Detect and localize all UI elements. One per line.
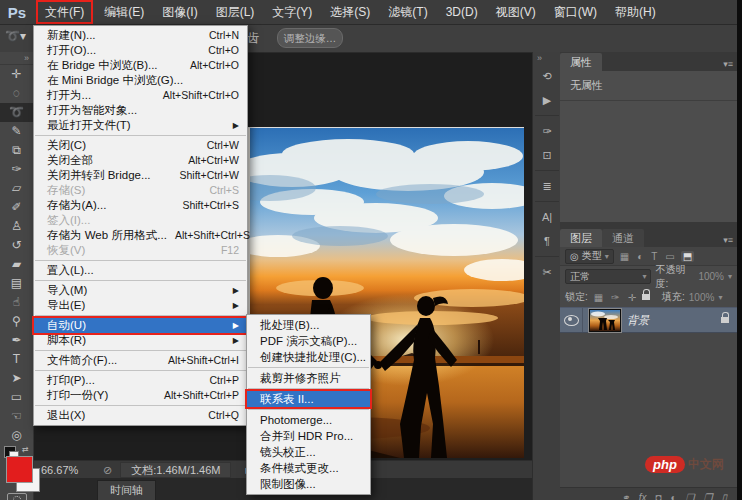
path-select-tool[interactable]: ➤: [0, 369, 33, 388]
filter-pixel-icon[interactable]: ▦: [618, 251, 631, 262]
menu-item-scripts[interactable]: 脚本(R) ▶: [34, 333, 247, 348]
new-layer-icon[interactable]: ❐: [704, 492, 713, 500]
shape-tool[interactable]: ▭: [0, 388, 33, 407]
refine-edge-button[interactable]: 调整边缘…: [277, 28, 343, 48]
zoom-level-field[interactable]: 66.67%: [41, 464, 93, 476]
submenu-item-create-droplet[interactable]: 创建快捷批处理(C)...: [247, 349, 370, 365]
menu-item-save-as[interactable]: 存储为(A)... Shift+Ctrl+S: [34, 198, 247, 213]
menu-item-exit[interactable]: 退出(X) Ctrl+Q: [34, 408, 247, 423]
tab-properties[interactable]: 属性: [560, 53, 602, 71]
lasso-tool[interactable]: ➰: [0, 103, 33, 122]
layer-thumbnail[interactable]: [589, 309, 621, 332]
tab-layers[interactable]: 图层: [560, 229, 602, 247]
clone-source-panel-icon[interactable]: ⊡: [533, 143, 561, 167]
submenu-item-lens-correction[interactable]: 镜头校正...: [247, 444, 370, 460]
layer-comps-panel-icon[interactable]: ≣: [533, 174, 561, 198]
lock-transparent-icon[interactable]: ▦: [592, 292, 605, 303]
blend-mode-select[interactable]: 正常 ▾: [565, 269, 651, 284]
menu-item-browse-mini-bridge[interactable]: 在 Mini Bridge 中浏览(G)...: [34, 73, 247, 88]
toolbar-collapse-icon[interactable]: »: [0, 52, 33, 65]
menu-item-import[interactable]: 导入(M) ▶: [34, 283, 247, 298]
menu-item-print[interactable]: 打印(P)... Ctrl+P: [34, 373, 247, 388]
character-panel-icon[interactable]: A|: [533, 205, 561, 229]
lock-image-icon[interactable]: ✑: [609, 292, 621, 303]
menubar-type[interactable]: 文字(Y): [263, 2, 321, 22]
menubar-help[interactable]: 帮助(H): [606, 2, 665, 22]
menu-item-save-for-web[interactable]: 存储为 Web 所用格式... Alt+Shift+Ctrl+S: [34, 228, 247, 243]
menu-item-print-one-copy[interactable]: 打印一份(Y) Alt+Shift+Ctrl+P: [34, 388, 247, 403]
lock-all-icon[interactable]: [642, 294, 650, 300]
pen-tool[interactable]: ✒: [0, 331, 33, 350]
tab-timeline[interactable]: 时间轴: [97, 480, 156, 500]
layer-style-fx-icon[interactable]: fx: [639, 492, 647, 500]
menu-item-open-as[interactable]: 打开为... Alt+Shift+Ctrl+O: [34, 88, 247, 103]
menu-item-close[interactable]: 关闭(C) Ctrl+W: [34, 138, 247, 153]
submenu-item-conditional-mode[interactable]: 条件模式更改...: [247, 460, 370, 476]
submenu-item-crop-straighten[interactable]: 裁剪并修齐照片: [247, 370, 370, 386]
opacity-value[interactable]: 100%: [698, 271, 724, 282]
menubar-image[interactable]: 图像(I): [153, 2, 206, 22]
submenu-item-photomerge[interactable]: Photomerge...: [247, 412, 370, 428]
menubar-select[interactable]: 选择(S): [321, 2, 379, 22]
filter-adjustment-icon[interactable]: ◐: [635, 251, 645, 262]
menu-item-close-goto-bridge[interactable]: 关闭并转到 Bridge... Shift+Ctrl+W: [34, 168, 247, 183]
menu-item-open-recent[interactable]: 最近打开文件(T) ▶: [34, 118, 247, 133]
menu-item-file-info[interactable]: 文件简介(F)... Alt+Shift+Ctrl+I: [34, 353, 247, 368]
menubar-window[interactable]: 窗口(W): [545, 2, 606, 22]
panel-menu-icon[interactable]: ▾≡: [719, 235, 737, 247]
eyedropper-tool[interactable]: ✑: [0, 160, 33, 179]
swap-colors-icon[interactable]: ⇄: [22, 445, 29, 454]
delete-layer-icon[interactable]: ▯: [721, 492, 727, 500]
quick-select-tool[interactable]: ✎: [0, 122, 33, 141]
layer-visibility-cell[interactable]: [560, 308, 583, 332]
menubar-view[interactable]: 视图(V): [487, 2, 545, 22]
filter-kind-dropdown[interactable]: ◎ 类型 ▾: [565, 249, 614, 264]
submenu-item-merge-hdr[interactable]: 合并到 HDR Pro...: [247, 428, 370, 444]
chevron-down-icon[interactable]: ▾: [718, 293, 722, 302]
actions-panel-icon[interactable]: ▶: [533, 88, 561, 112]
crop-tool[interactable]: ⧉: [0, 141, 33, 160]
filter-shape-icon[interactable]: ▭: [663, 251, 676, 262]
brush-tool[interactable]: ✐: [0, 198, 33, 217]
eraser-tool[interactable]: ▰: [0, 255, 33, 274]
layer-row-background[interactable]: 背景: [560, 307, 737, 333]
type-tool[interactable]: T: [0, 350, 33, 369]
brush-presets-panel-icon[interactable]: ✑: [533, 119, 561, 143]
healing-brush-tool[interactable]: ▱: [0, 179, 33, 198]
submenu-item-pdf-presentation[interactable]: PDF 演示文稿(P)...: [247, 333, 370, 349]
menubar-layer[interactable]: 图层(L): [207, 2, 264, 22]
history-brush-tool[interactable]: ↺: [0, 236, 33, 255]
history-panel-icon[interactable]: ⟲: [533, 64, 561, 88]
collapse-dock-icon[interactable]: »: [537, 53, 542, 63]
menu-item-new[interactable]: 新建(N)... Ctrl+N: [34, 28, 247, 43]
paragraph-panel-icon[interactable]: ¶: [533, 229, 561, 253]
filter-smart-object-icon[interactable]: ⬒: [681, 251, 694, 262]
tab-channels[interactable]: 通道: [602, 229, 644, 247]
marquee-tool[interactable]: ◌: [0, 84, 33, 103]
smudge-tool[interactable]: ☝: [0, 293, 33, 312]
chevron-down-icon[interactable]: ▾: [728, 272, 732, 281]
menubar-3d[interactable]: 3D(D): [437, 2, 487, 22]
menu-item-automate[interactable]: 自动(U) ▶: [34, 318, 247, 333]
hand-tool[interactable]: ☜: [0, 407, 33, 426]
menubar-edit[interactable]: 编辑(E): [95, 2, 153, 22]
foreground-color-swatch[interactable]: [6, 456, 33, 483]
menubar-filter[interactable]: 滤镜(T): [379, 2, 436, 22]
panel-menu-icon[interactable]: ▾≡: [719, 59, 737, 71]
lock-position-icon[interactable]: ✛: [626, 292, 638, 303]
fill-value[interactable]: 100%: [689, 292, 715, 303]
menu-item-open-smart-object[interactable]: 打开为智能对象...: [34, 103, 247, 118]
submenu-item-contact-sheet[interactable]: 联系表 II...: [247, 391, 370, 407]
filter-type-icon[interactable]: T: [649, 251, 659, 262]
menu-item-open[interactable]: 打开(O)... Ctrl+O: [34, 43, 247, 58]
gradient-tool[interactable]: ▤: [0, 274, 33, 293]
link-layers-icon[interactable]: ⚭: [621, 492, 629, 500]
menubar-file[interactable]: 文件(F): [36, 0, 93, 24]
tool-preset-icon[interactable]: ➰▾: [5, 29, 26, 43]
menu-item-place[interactable]: 置入(L)...: [34, 263, 247, 278]
submenu-item-batch[interactable]: 批处理(B)...: [247, 317, 370, 333]
clone-stamp-tool[interactable]: ♙: [0, 217, 33, 236]
submenu-item-fit-image[interactable]: 限制图像...: [247, 476, 370, 492]
zoom-tool[interactable]: ◎: [0, 426, 33, 445]
adjustment-layer-icon[interactable]: ◐: [671, 492, 677, 500]
